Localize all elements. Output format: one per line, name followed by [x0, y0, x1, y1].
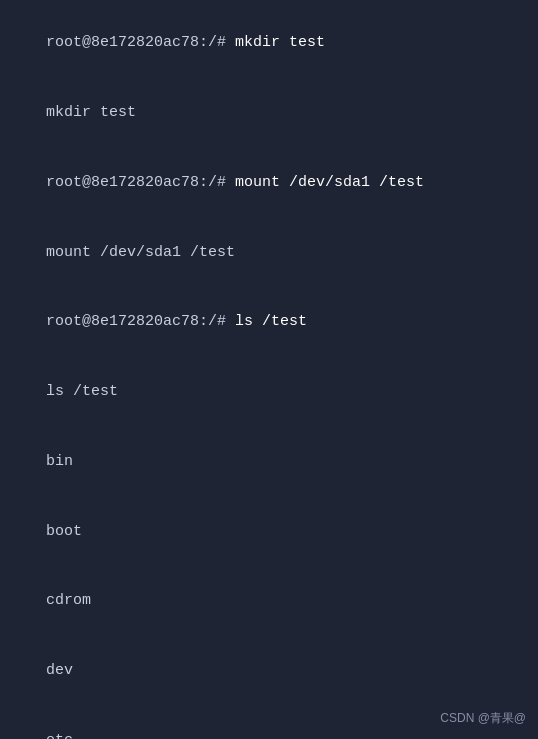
watermark: CSDN @青果@: [440, 710, 526, 727]
command-2: mount /dev/sda1 /test: [235, 174, 424, 191]
output-bin: bin: [46, 453, 73, 470]
line-3: root@8e172820ac78:/# mount /dev/sda1 /te…: [10, 148, 528, 218]
prompt-3: root@8e172820ac78:/#: [46, 313, 235, 330]
line-1: root@8e172820ac78:/# mkdir test: [10, 8, 528, 78]
output-etc: etc: [46, 732, 73, 739]
line-cdrom: cdrom: [10, 566, 528, 636]
line-6: ls /test: [10, 357, 528, 427]
line-5: root@8e172820ac78:/# ls /test: [10, 287, 528, 357]
output-1: mkdir test: [46, 104, 136, 121]
line-boot: boot: [10, 496, 528, 566]
terminal-window[interactable]: root@8e172820ac78:/# mkdir test mkdir te…: [0, 0, 538, 739]
output-cdrom: cdrom: [46, 592, 91, 609]
output-boot: boot: [46, 523, 82, 540]
line-bin: bin: [10, 427, 528, 497]
command-1: mkdir test: [235, 34, 325, 51]
command-3: ls /test: [235, 313, 307, 330]
output-ls-header: ls /test: [46, 383, 118, 400]
prompt-2: root@8e172820ac78:/#: [46, 174, 235, 191]
output-2: mount /dev/sda1 /test: [46, 244, 235, 261]
prompt-1: root@8e172820ac78:/#: [46, 34, 235, 51]
line-2: mkdir test: [10, 78, 528, 148]
output-dev: dev: [46, 662, 73, 679]
line-4: mount /dev/sda1 /test: [10, 217, 528, 287]
line-dev: dev: [10, 636, 528, 706]
